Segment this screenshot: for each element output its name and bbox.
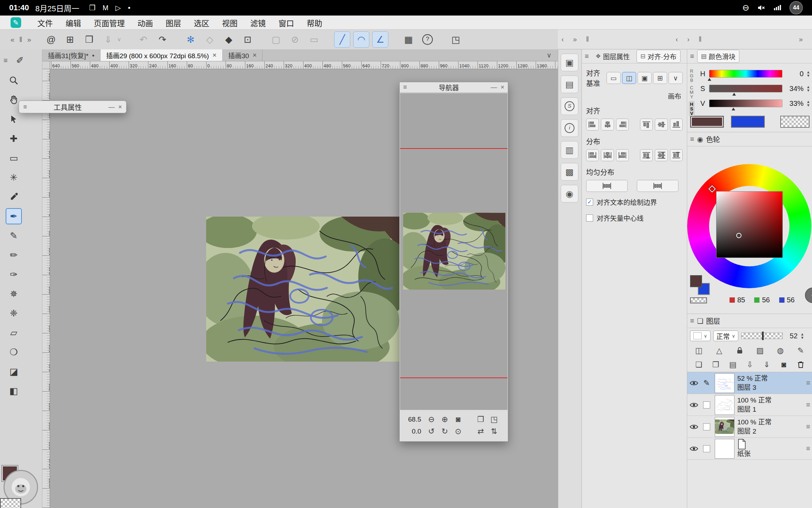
tool-auto-select[interactable]: ✳: [6, 169, 22, 186]
dock-brush-shape[interactable]: S: [561, 97, 578, 115]
workspace-button[interactable]: ◳: [448, 31, 464, 48]
distribute-right-button[interactable]: [616, 149, 629, 161]
sv-picker-dot[interactable]: [736, 233, 742, 238]
saturation-value[interactable]: 34%: [785, 85, 804, 93]
transfer-to-lower-layer-button[interactable]: ⇩: [743, 359, 756, 370]
stepper-icon[interactable]: ▲▼: [806, 100, 810, 107]
navigator-rotate-left-button[interactable]: ↺: [425, 426, 438, 437]
menu-window[interactable]: 窗口: [272, 17, 300, 28]
layer-select-checkbox[interactable]: [703, 401, 710, 409]
lock-layer-button[interactable]: [733, 345, 746, 356]
menu-selection[interactable]: 选区: [187, 17, 216, 28]
tool-panel-menu-icon[interactable]: ≡: [4, 56, 8, 65]
layer-thumbnail[interactable]: [715, 439, 734, 459]
dock-tone[interactable]: ▩: [561, 163, 578, 181]
panel-menu-icon[interactable]: ≡: [690, 317, 694, 325]
navigator-fit-to-window-button[interactable]: ❐: [474, 414, 487, 425]
dock-information[interactable]: i: [561, 119, 578, 137]
distribute-bottom-button[interactable]: [670, 149, 683, 161]
stepper-icon[interactable]: ▲▼: [806, 85, 810, 92]
navigator-flip-horizontal-button[interactable]: ⇄: [474, 426, 487, 437]
symmetry-button[interactable]: ◆: [221, 31, 237, 48]
dock-animation-cels[interactable]: ▥: [561, 141, 578, 159]
menu-view[interactable]: 视图: [216, 17, 244, 28]
battery-percent-badge[interactable]: 44: [789, 1, 803, 14]
layer-grip-icon[interactable]: ≡: [806, 379, 810, 387]
tool-move-layer[interactable]: ✚: [6, 131, 22, 147]
navigator-panel[interactable]: ≡ 导航器 — × 68.5 ⊖⊕◙❐◳ 0.0 ↺↻⊙⇄⇅: [399, 82, 508, 442]
panel-menu-icon[interactable]: ≡: [403, 84, 407, 91]
saturation-slider[interactable]: [709, 85, 783, 92]
tool-eyedropper[interactable]: [6, 189, 22, 205]
panel-grip-icon[interactable]: ‖: [586, 35, 589, 43]
navigator-rotation-value[interactable]: 0.0: [403, 428, 421, 435]
checkbox-unchecked[interactable]: [586, 214, 593, 222]
layer-color-combo[interactable]: ∨: [690, 331, 710, 341]
main-color-swatch[interactable]: [690, 116, 724, 128]
opacity-value[interactable]: 52: [786, 332, 798, 340]
recording-dot-icon[interactable]: •: [128, 4, 130, 12]
tool-eraser[interactable]: ▱: [6, 325, 22, 341]
tab-color-slider[interactable]: ▤ 颜色滑块: [697, 50, 739, 63]
align-bottom-button[interactable]: [670, 119, 683, 131]
align-base-guide-button[interactable]: ⊞: [653, 72, 667, 84]
tool-marker[interactable]: ✎: [6, 228, 22, 244]
layer-select-checkbox[interactable]: [703, 423, 710, 430]
sub-color-swatch[interactable]: [731, 116, 765, 128]
new-layer-dialog-button[interactable]: ❐: [709, 359, 722, 370]
navigator-flip-vertical-button[interactable]: ⇅: [487, 426, 501, 437]
align-base-item-button[interactable]: ▣: [638, 72, 652, 84]
tool-selection[interactable]: ▭: [6, 150, 22, 166]
layer-row[interactable]: 100 % 正常 图层 1 ≡: [687, 394, 812, 416]
even-vertical-space-button[interactable]: [637, 180, 678, 192]
clip-studio-home-button[interactable]: @: [43, 31, 59, 48]
navigator-zoom-value[interactable]: 68.5: [403, 416, 421, 423]
redo-button[interactable]: ↷: [154, 31, 171, 48]
menu-page-manage[interactable]: 页面管理: [87, 17, 131, 28]
menu-file[interactable]: 文件: [31, 17, 59, 28]
navigator-zoom-out-button[interactable]: ⊖: [425, 414, 438, 425]
dock-subview[interactable]: ▤: [561, 75, 578, 93]
layer-row[interactable]: 100 % 正常 图层 2 ≡: [687, 416, 812, 438]
main-color-swatch[interactable]: [690, 275, 702, 287]
menu-animation[interactable]: 动画: [131, 17, 159, 28]
tab-illustration-31[interactable]: 插画31[恢复]* ●: [42, 49, 100, 61]
do-not-disturb-icon[interactable]: ⊖: [742, 3, 749, 13]
close-tab-icon[interactable]: ×: [213, 51, 217, 59]
visibility-eye-icon[interactable]: [689, 444, 699, 453]
close-icon[interactable]: ×: [118, 103, 122, 111]
save-options-chevron[interactable]: ∨: [115, 31, 123, 48]
play-status-icon[interactable]: ▷: [116, 4, 121, 12]
crop-frame-button[interactable]: ⊡: [240, 31, 256, 48]
transparent-color-swatch[interactable]: [690, 297, 707, 303]
layer-row[interactable]: 纸张 ≡: [687, 438, 812, 460]
delete-layer-button[interactable]: [794, 359, 807, 370]
tool-brush[interactable]: ✑: [6, 266, 22, 283]
close-icon[interactable]: ×: [500, 84, 504, 91]
tool-airbrush[interactable]: ✵: [6, 286, 22, 302]
panel-grip-icon[interactable]: ‖: [19, 36, 22, 44]
layer-row[interactable]: ✎ 52 % 正常 图层 3 ≡: [687, 372, 812, 394]
new-canvas-button[interactable]: ⊞: [62, 31, 78, 48]
align-horizontal-center-button[interactable]: [601, 119, 614, 131]
close-tab-icon[interactable]: ×: [253, 51, 257, 59]
collapse-chevron-icon[interactable]: ‹: [561, 35, 564, 43]
tool-pencil[interactable]: ✏: [6, 247, 22, 263]
enable-mask-button[interactable]: ◍: [774, 345, 787, 356]
mode-tab-hsv[interactable]: HSV: [689, 101, 695, 116]
navigator-rotate-right-button[interactable]: ↻: [438, 426, 451, 437]
tool-gradient[interactable]: ◧: [6, 383, 22, 399]
distribute-left-button[interactable]: [586, 149, 599, 161]
mode-tab-cmy[interactable]: CMY: [689, 84, 695, 99]
hue-slider[interactable]: [709, 70, 783, 78]
hue-value[interactable]: 0: [785, 70, 804, 78]
merge-with-lower-layer-button[interactable]: ⇓: [760, 359, 774, 370]
distribute-top-button[interactable]: [640, 149, 653, 161]
layer-thumbnail[interactable]: [715, 417, 734, 437]
sync-cloud-button[interactable]: ✻: [183, 31, 199, 48]
tool-blend[interactable]: ❍: [6, 344, 22, 360]
navigator-actual-size-button[interactable]: ◳: [487, 414, 501, 425]
tool-pen[interactable]: ✒: [6, 208, 22, 224]
select-rectangle-button[interactable]: ▢: [268, 31, 284, 48]
navigator-reset-rotation-button[interactable]: ⊙: [451, 426, 465, 437]
